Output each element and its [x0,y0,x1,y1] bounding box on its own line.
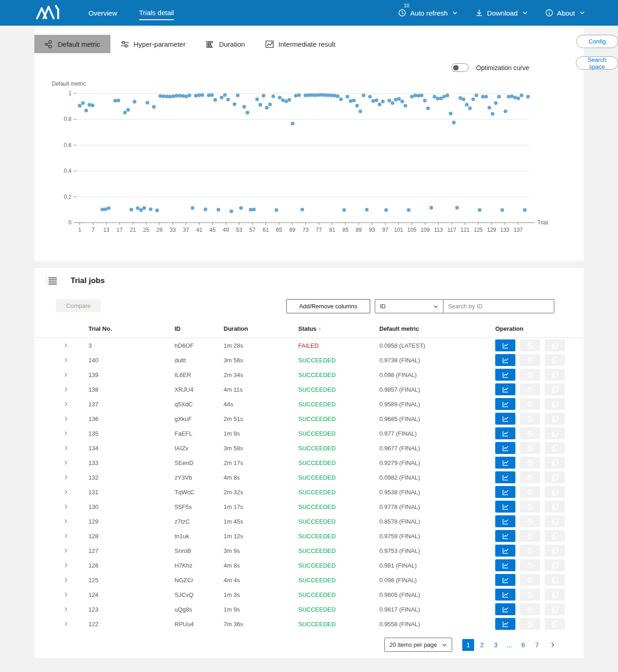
copy-trial-button[interactable] [545,369,565,381]
expand-chevron-icon[interactable] [63,577,69,583]
intermediate-result-button[interactable] [495,589,515,601]
column-header-status[interactable]: Status↑ [298,325,379,332]
kill-trial-button[interactable] [520,369,540,381]
column-header-trial-no-[interactable]: Trial No. [88,325,175,332]
items-per-page-select[interactable]: 20 items per page [384,638,452,652]
intermediate-result-button[interactable] [495,545,515,557]
kill-trial-button[interactable] [520,559,540,571]
search-filter-select[interactable]: ID [375,299,443,313]
kill-trial-button[interactable] [520,530,540,542]
kill-trial-button[interactable] [520,442,540,454]
config-button[interactable]: Config [576,35,618,48]
tab-intermediate-result[interactable]: Intermediate result [255,35,345,53]
search-input[interactable] [443,299,554,313]
copy-trial-button[interactable] [545,413,565,425]
copy-trial-button[interactable] [545,589,565,601]
copy-trial-button[interactable] [545,471,565,483]
kill-trial-button[interactable] [520,618,540,630]
intermediate-result-button[interactable] [495,457,515,469]
expand-chevron-icon[interactable] [63,460,69,465]
nni-logo[interactable] [34,4,63,22]
copy-trial-button[interactable] [545,427,565,439]
tab-default-metric[interactable]: Default metric [34,35,110,53]
intermediate-result-button[interactable] [495,618,515,630]
copy-trial-button[interactable] [545,515,565,527]
search-space-button[interactable]: Search space [576,56,618,70]
page-button-1[interactable]: 1 [462,639,474,651]
copy-trial-button[interactable] [545,486,565,498]
kill-trial-button[interactable] [520,457,540,469]
intermediate-result-button[interactable] [495,515,515,527]
copy-trial-button[interactable] [545,501,565,513]
download-menu[interactable]: Download [475,9,528,17]
expand-chevron-icon[interactable] [63,504,69,509]
column-header-duration[interactable]: Duration [224,325,298,332]
kill-trial-button[interactable] [520,574,540,586]
page-button-2[interactable]: 2 [476,639,488,651]
kill-trial-button[interactable] [520,354,540,366]
column-header-default-metric[interactable]: Default metric [379,325,495,332]
nav-trials-detail[interactable]: Trials detail [139,6,174,20]
intermediate-result-button[interactable] [495,501,515,513]
copy-trial-button[interactable] [545,383,565,395]
next-page-button[interactable] [547,639,558,651]
copy-trial-button[interactable] [545,574,565,586]
expand-chevron-icon[interactable] [63,401,69,407]
copy-trial-button[interactable] [545,618,565,630]
kill-trial-button[interactable] [520,383,540,395]
copy-trial-button[interactable] [545,442,565,454]
expand-chevron-icon[interactable] [63,548,69,553]
page-button-7[interactable]: 7 [531,639,543,651]
intermediate-result-button[interactable] [495,486,515,498]
copy-trial-button[interactable] [545,398,565,410]
intermediate-result-button[interactable] [495,398,515,410]
about-menu[interactable]: About [545,9,585,17]
kill-trial-button[interactable] [520,545,540,557]
auto-refresh-menu[interactable]: 10 Auto refresh [398,9,458,17]
copy-trial-button[interactable] [545,457,565,469]
intermediate-result-button[interactable] [495,383,515,395]
kill-trial-button[interactable] [520,501,540,513]
intermediate-result-button[interactable] [495,413,515,425]
copy-trial-button[interactable] [545,545,565,557]
kill-trial-button[interactable] [520,339,540,351]
intermediate-result-button[interactable] [495,603,515,615]
kill-trial-button[interactable] [520,398,540,410]
expand-chevron-icon[interactable] [63,387,69,392]
expand-chevron-icon[interactable] [63,416,69,421]
intermediate-result-button[interactable] [495,354,515,366]
nav-overview[interactable]: Overview [88,6,117,20]
expand-chevron-icon[interactable] [63,592,69,597]
expand-chevron-icon[interactable] [63,489,69,495]
column-header-operation[interactable]: Operation [495,325,574,332]
page-button-3[interactable]: 3 [490,639,502,651]
expand-chevron-icon[interactable] [63,563,69,568]
expand-chevron-icon[interactable] [63,445,69,451]
kill-trial-button[interactable] [520,486,540,498]
kill-trial-button[interactable] [520,427,540,439]
copy-trial-button[interactable] [545,603,565,615]
compare-button[interactable]: Compare [56,299,101,312]
expand-chevron-icon[interactable] [63,533,69,539]
tab-duration[interactable]: Duration [196,35,255,53]
kill-trial-button[interactable] [520,589,540,601]
copy-trial-button[interactable] [545,530,565,542]
tab-hyper-parameter[interactable]: Hyper-parameter [110,35,196,53]
kill-trial-button[interactable] [520,603,540,615]
intermediate-result-button[interactable] [495,442,515,454]
default-metric-scatter-chart[interactable]: 00.20.40.60.8117131721252933374145495357… [34,78,584,239]
expand-chevron-icon[interactable] [63,372,69,377]
intermediate-result-button[interactable] [495,471,515,483]
copy-trial-button[interactable] [545,559,565,571]
copy-trial-button[interactable] [545,354,565,366]
column-header-id[interactable]: ID [175,325,224,332]
intermediate-result-button[interactable] [495,574,515,586]
expand-chevron-icon[interactable] [63,621,69,627]
intermediate-result-button[interactable] [495,559,515,571]
add-remove-columns-button[interactable]: Add/Remove columns [286,299,370,313]
kill-trial-button[interactable] [520,515,540,527]
page-button-6[interactable]: 6 [517,639,529,651]
intermediate-result-button[interactable] [495,339,515,351]
intermediate-result-button[interactable] [495,530,515,542]
kill-trial-button[interactable] [520,413,540,425]
